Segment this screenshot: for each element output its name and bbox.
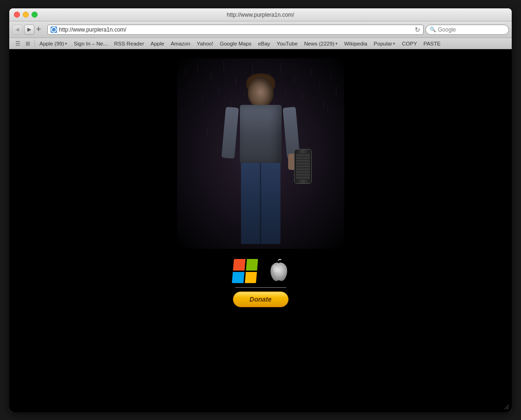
bookmark-youtube[interactable]: YouTube <box>274 39 300 48</box>
bookmark-ebay[interactable]: eBay <box>255 39 273 48</box>
site-security-icon <box>51 26 57 33</box>
bookmark-signin[interactable]: Sign In – Ne... <box>71 39 110 48</box>
person-head <box>248 77 273 107</box>
bookmark-paste[interactable]: PASTE <box>421 39 444 48</box>
bookmarks-bar: ☰ ⊞ Apple (99) ▾ Sign In – Ne... RSS Rea… <box>9 38 512 49</box>
page-content: Donate <box>9 49 512 412</box>
bookmarks-grid-icon[interactable]: ⊞ <box>23 39 32 48</box>
iphone-device <box>294 149 312 184</box>
reload-button[interactable]: ↻ <box>415 26 420 33</box>
address-bar[interactable]: ↻ <box>47 25 424 35</box>
close-button[interactable] <box>14 12 20 18</box>
browser-window: http://www.purplera1n.com/ ◀ ▶ + ↻ 🔍 ☰ ⊞… <box>9 8 512 412</box>
apple-logo[interactable] <box>266 258 289 284</box>
bookmarks-separator <box>34 40 35 47</box>
platform-icons <box>233 258 289 284</box>
bookmark-apple-99[interactable]: Apple (99) ▾ <box>37 39 70 48</box>
person-figure <box>231 77 291 249</box>
bookmark-wikipedia[interactable]: Wikipedia <box>341 39 370 48</box>
window-title: http://www.purplera1n.com/ <box>227 12 294 18</box>
windows-green-quad <box>245 259 258 271</box>
svg-line-3 <box>508 408 509 409</box>
resize-handle[interactable] <box>502 403 509 409</box>
bookmark-rss[interactable]: RSS Reader <box>111 39 147 48</box>
search-icon: 🔍 <box>430 26 436 32</box>
back-button[interactable]: ◀ <box>12 25 22 35</box>
bookmark-amazon[interactable]: Amazon <box>168 39 193 48</box>
bookmark-apple[interactable]: Apple <box>148 39 167 48</box>
bookmark-yahoo[interactable]: Yahoo! <box>194 39 216 48</box>
donate-button[interactable]: Donate <box>233 291 289 307</box>
toolbar: ◀ ▶ + ↻ 🔍 <box>9 21 512 38</box>
apple-logo-svg <box>266 259 289 283</box>
maximize-button[interactable] <box>32 12 38 18</box>
bookmark-news[interactable]: News (2229) ▾ <box>302 39 341 48</box>
person-torso <box>240 105 282 165</box>
separator-line <box>235 287 286 288</box>
windows-logo[interactable] <box>232 259 258 283</box>
minimize-button[interactable] <box>23 12 29 18</box>
windows-red-quad <box>233 259 245 271</box>
chevron-down-icon: ▾ <box>335 41 338 46</box>
forward-button[interactable]: ▶ <box>24 25 34 35</box>
bookmarks-list-icon[interactable]: ☰ <box>13 39 22 48</box>
bookmark-google-maps[interactable]: Google Maps <box>217 39 254 48</box>
title-bar: http://www.purplera1n.com/ <box>9 8 512 21</box>
hero-image <box>177 58 344 249</box>
donate-label: Donate <box>250 296 271 303</box>
windows-blue-quad <box>232 271 244 283</box>
bookmark-popular[interactable]: Popular ▾ <box>371 39 399 48</box>
person-jeans <box>241 163 280 244</box>
chevron-down-icon: ▾ <box>65 41 67 46</box>
chevron-down-icon: ▾ <box>393 41 395 46</box>
address-input[interactable] <box>59 26 413 33</box>
windows-yellow-quad <box>244 271 257 283</box>
window-controls <box>14 12 38 18</box>
search-bar[interactable]: 🔍 <box>425 25 509 35</box>
bookmark-copy[interactable]: COPY <box>399 39 420 48</box>
search-input[interactable] <box>438 26 508 33</box>
add-tab-button[interactable]: + <box>36 25 45 34</box>
